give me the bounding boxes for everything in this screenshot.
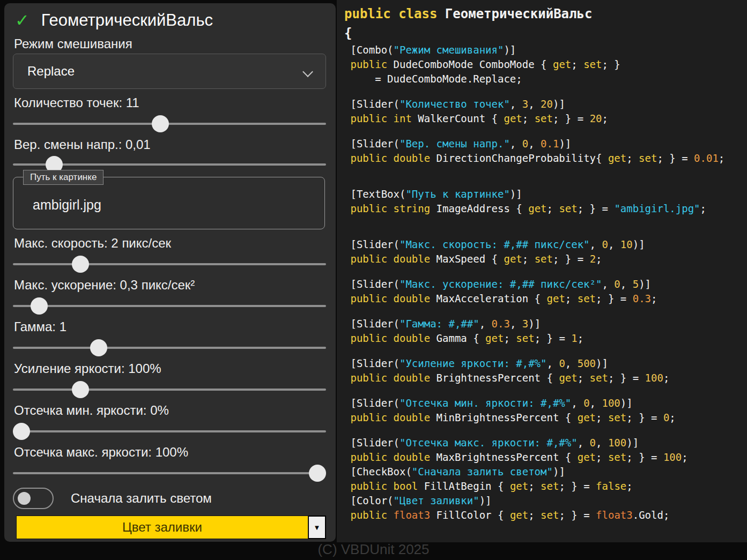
slider-min-brightness[interactable]: [13, 421, 326, 442]
image-path-group: Путь к картинке: [13, 177, 325, 229]
dropdown-arrow-icon: ▼: [314, 524, 321, 532]
code-line: public double MaxSpeed { get; set; } = 2…: [344, 252, 747, 266]
slider-brightness[interactable]: [13, 379, 326, 400]
slider-label: Макс. ускорение: 0,3 пикс/сек²: [14, 278, 195, 293]
combo-selected-value: Replace: [27, 64, 75, 79]
image-path-label: Путь к картинке: [23, 170, 103, 185]
slider-label: Макс. скорость: 2 пикс/сек: [14, 236, 171, 251]
code-line: public double BrightnessPercent { get; s…: [344, 371, 747, 385]
slider-thumb[interactable]: [90, 339, 107, 356]
code-line: public int WalkerCount { get; set; } = 2…: [344, 111, 747, 126]
code-line: [Slider("Вер. смены напр.", 0, 0.1)]: [344, 137, 747, 151]
chevron-down-icon: [302, 66, 313, 77]
toggle-knob-icon: [18, 492, 31, 505]
code-line: public double DirectionChangeProbability…: [344, 151, 747, 166]
fill-color-button[interactable]: Цвет заливки: [16, 516, 308, 539]
toggle-label: Сначала залить светом: [71, 491, 212, 506]
code-line: [Slider("Отсечка макс. яркости: #,#%", 0…: [344, 436, 747, 450]
slider-thumb[interactable]: [72, 381, 89, 398]
code-line: public string ImageAddress { get; set; }…: [344, 201, 747, 216]
slider-label: Отсечка мин. яркости: 0%: [14, 403, 169, 418]
slider-max-speed[interactable]: [13, 254, 326, 274]
code-line: = DudeComboMode.Replace;: [344, 72, 747, 86]
combo-label: Режим смешивания: [14, 36, 132, 51]
code-line: public float3 FillColor { get; set; } = …: [344, 508, 747, 522]
code-line: public DudeComboMode ComboMode { get; se…: [344, 57, 747, 72]
code-line: [344, 126, 747, 137]
slider-track[interactable]: [13, 123, 326, 125]
panel-title: ГеометрическийВальс: [41, 11, 213, 30]
code-line: [Slider("Макс. ускорение: #,## пикс/сек²…: [344, 277, 747, 292]
combo-mode-select[interactable]: Replace: [13, 54, 326, 89]
code-line: [Combo("Режим смешивания")]: [344, 43, 747, 57]
code-line: [Slider("Гамма: #,##", 0.3, 3)]: [344, 317, 747, 331]
fill-at-begin-row: Сначала залить светом: [13, 487, 212, 510]
slider-label: Вер. смены напр.: 0,01: [14, 137, 151, 152]
slider-label: Количество точек: 11: [14, 95, 139, 110]
slider-thumb[interactable]: [72, 256, 89, 273]
slider-thumb[interactable]: [31, 297, 48, 315]
code-line: [344, 227, 747, 237]
code-line: [Slider("Отсечка мин. яркости: #,#%", 0,…: [344, 396, 747, 410]
code-header: public class ГеометрическийВальс{: [344, 4, 747, 43]
code-line: [344, 86, 747, 97]
code-line: [CheckBox("Сначала залить светом")]: [344, 465, 747, 479]
slider-point-count[interactable]: [13, 114, 326, 134]
code-line: public double Gamma { get; set; } = 1;: [344, 331, 747, 346]
code-line: [Color("Цвет заливки")]: [344, 494, 747, 508]
code-line: [Slider("Макс. скорость: #,## пикс/сек",…: [344, 237, 747, 252]
slider-track[interactable]: [13, 305, 326, 307]
code-line: [Slider("Количество точек", 3, 20)]: [344, 97, 747, 111]
slider-label: Усиление яркости: 100%: [14, 361, 161, 376]
fill-color-row: Цвет заливки ▼: [16, 516, 326, 539]
slider-track[interactable]: [13, 263, 326, 265]
watermark: (C) VBDUnit 2025: [317, 541, 429, 558]
slider-label: Гамма: 1: [14, 319, 66, 334]
code-panel: public class ГеометрическийВальс{ [Combo…: [337, 0, 747, 542]
code-line: [344, 216, 747, 227]
code-line: [344, 385, 747, 396]
fill-at-begin-toggle[interactable]: [13, 488, 54, 509]
code-line: public double MaxBrightnessPercent { get…: [344, 450, 747, 465]
code-line: public bool FillAtBegin { get; set; } = …: [344, 479, 747, 494]
code-line: [344, 166, 747, 176]
settings-panel: ✓ ГеометрическийВальс Режим смешивания R…: [4, 3, 336, 542]
check-icon: ✓: [15, 10, 29, 31]
code-line: [Slider("Усиление яркости: #,#%", 0, 500…: [344, 356, 747, 371]
code-line: public double MaxAcceleration { get; set…: [344, 292, 747, 306]
slider-label: Отсечка макс. яркости: 100%: [14, 445, 188, 460]
image-path-input[interactable]: [32, 197, 302, 213]
slider-max-acceleration[interactable]: [13, 296, 326, 316]
code-line: [344, 266, 747, 277]
slider-thumb[interactable]: [309, 465, 326, 482]
slider-track[interactable]: [13, 472, 326, 474]
screen: public class ГеометрическийВальс{ [Combo…: [0, 0, 747, 560]
fill-color-dropdown-button[interactable]: ▼: [308, 516, 326, 539]
code-line: [344, 346, 747, 356]
slider-gamma[interactable]: [13, 338, 326, 358]
code-line: [344, 306, 747, 317]
code-line: [TextBox("Путь к картинке")]: [344, 187, 747, 201]
slider-track[interactable]: [13, 389, 326, 391]
code-line: [344, 425, 747, 436]
code-line: public double MinBrightnessPercent { get…: [344, 410, 747, 425]
slider-max-brightness[interactable]: [13, 463, 326, 483]
slider-track[interactable]: [13, 430, 326, 432]
code-line: {: [344, 24, 747, 43]
slider-track[interactable]: [13, 347, 326, 349]
code-line: public class ГеометрическийВальс: [344, 4, 747, 24]
code-lines: [Combo("Режим смешивания")] public DudeC…: [344, 43, 747, 522]
code-line: [344, 176, 747, 187]
slider-thumb[interactable]: [152, 115, 169, 132]
slider-thumb[interactable]: [13, 423, 30, 440]
title-row: ✓ ГеометрическийВальс: [15, 9, 213, 32]
